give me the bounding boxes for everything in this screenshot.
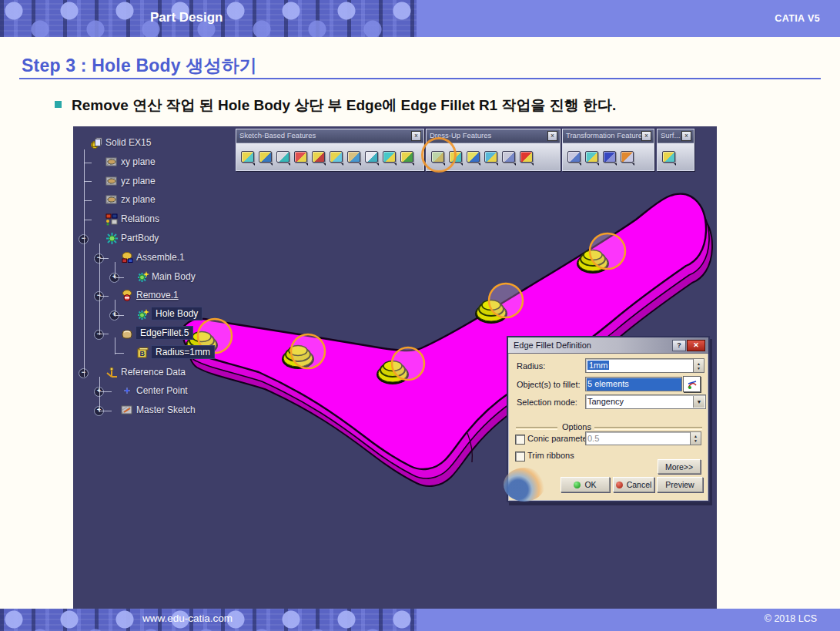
tree-connector-line [99, 411, 112, 411]
radius-input[interactable]: 1mm [585, 358, 694, 373]
footer-copyright: © 2018 LCS [765, 613, 817, 624]
radius-spinner[interactable]: ▲▼ [693, 358, 704, 373]
tree-item-yz-plane[interactable]: yz plane [76, 174, 300, 190]
toolbar-transformation-features: Transformation Features x [562, 129, 654, 171]
cancel-icon [616, 482, 623, 488]
fillet-icon [121, 327, 134, 341]
toolbar-titlebar[interactable]: Sketch-Based Features x [236, 129, 423, 143]
toolbar-titlebar[interactable]: Transformation Features x [563, 129, 654, 143]
toolbar-titlebar[interactable]: Surf... x [658, 129, 694, 143]
page-title: Step 3 : Hole Body 생성하기 [22, 54, 257, 78]
bodystar-icon [136, 308, 149, 321]
tree-item-remove-1[interactable]: −Remove.1 [76, 288, 300, 304]
point-icon [121, 384, 134, 398]
multi-sections-solid-icon[interactable] [380, 147, 397, 167]
tree-item-hole-body[interactable]: +Hole Body [76, 307, 300, 323]
title-underline [19, 78, 821, 79]
pocket-icon[interactable] [256, 147, 273, 167]
slot-icon[interactable] [345, 147, 362, 167]
tree-item-label: Reference Data [121, 367, 186, 378]
plane-icon [105, 193, 119, 206]
stiffener-icon[interactable] [363, 147, 380, 167]
tree-item-zx-plane[interactable]: zx plane [76, 193, 300, 208]
thick-surface-icon[interactable] [660, 147, 677, 167]
tree-item-label: yz plane [121, 176, 156, 186]
toolbar-title: Sketch-Based Features [239, 131, 316, 139]
toolbar-close-icon[interactable]: x [411, 131, 421, 141]
options-group-label: Options [562, 422, 591, 431]
tree-item-partbody[interactable]: −PartBody [76, 231, 300, 247]
rib-icon[interactable] [327, 147, 344, 167]
draft-angle-icon[interactable] [464, 147, 481, 167]
trim-ribbons-label: Trim ribbons [527, 451, 574, 460]
part-icon [90, 136, 103, 149]
groove-icon[interactable] [292, 147, 309, 167]
tree-connector-line [115, 337, 115, 354]
toolbar-close-icon[interactable]: x [547, 131, 557, 141]
footer-site-link[interactable]: www.edu-catia.com [142, 613, 233, 624]
header-right: CATIA V5 [417, 0, 840, 37]
removed-multi-sections-solid-icon[interactable] [398, 147, 415, 167]
radius-value: 1mm [587, 361, 609, 370]
toolbar-close-icon[interactable]: x [681, 131, 691, 141]
sketch-icon [121, 404, 134, 417]
selection-mode-combo[interactable]: Tangency ▼ [585, 394, 706, 409]
objects-selector-icon[interactable] [683, 376, 701, 392]
radius-label: Radius: [517, 361, 545, 371]
tree-item-label: Solid EX15 [105, 137, 151, 148]
formula-icon: B [136, 347, 149, 360]
objects-input[interactable]: 5 elements [585, 377, 682, 391]
catia-viewport[interactable]: R1 Solid EX15xy planeyz planezx planeRel… [73, 126, 717, 609]
preview-button[interactable]: Preview [657, 477, 703, 492]
refdata-icon [105, 366, 119, 379]
close-icon[interactable]: ✕ [687, 340, 705, 351]
help-icon[interactable]: ? [672, 340, 686, 351]
tree-connector-line [115, 262, 115, 279]
toolbar-sketch-based-features: Sketch-Based Features x [236, 129, 424, 171]
tree-item-relations[interactable]: Relations [76, 212, 300, 227]
shaft-icon[interactable] [274, 147, 291, 167]
tree-connector-line [84, 149, 85, 377]
tree-connector-line [84, 181, 92, 182]
options-divider [594, 427, 702, 430]
fillet-highlight-circle [489, 284, 523, 317]
tree-item-label: Master Sketch [136, 404, 196, 415]
compass-blob-decoration [504, 468, 545, 502]
tree-item-assemble-1[interactable]: −Assemble.1 [76, 250, 300, 266]
toolbar-close-icon[interactable]: x [641, 131, 651, 141]
thickness-icon[interactable] [500, 147, 517, 167]
remove-face-icon[interactable] [517, 147, 534, 167]
conic-parameter-checkbox[interactable] [515, 435, 525, 445]
tree-item-reference-data[interactable]: −Reference Data [76, 365, 300, 381]
tree-item-label: Hole Body [152, 307, 202, 320]
trim-ribbons-checkbox[interactable] [515, 451, 525, 462]
tree-item-radius-1mm[interactable]: BRadius=1mm [76, 346, 300, 361]
chevron-down-icon[interactable]: ▼ [693, 396, 704, 408]
more-button[interactable]: More>> [658, 459, 701, 474]
pad-icon[interactable] [239, 147, 256, 167]
mirror-icon[interactable] [583, 147, 600, 167]
translation-icon[interactable] [565, 147, 582, 167]
tree-item-edgefillet-5[interactable]: −EdgeFillet.5 [76, 327, 300, 342]
tree-item-main-body[interactable]: +Main Body [76, 270, 300, 285]
bullet-icon [55, 101, 62, 108]
conic-parameter-input[interactable]: 0.5 [585, 431, 691, 445]
tree-connector-line [99, 258, 109, 259]
rectangular-pattern-icon[interactable] [601, 147, 617, 167]
workbench-title: Part Design [150, 10, 223, 25]
ok-button[interactable]: OK [561, 477, 610, 492]
hole-icon[interactable] [310, 147, 326, 167]
tree-item-label: PartBody [121, 233, 159, 243]
plane-icon [105, 175, 119, 188]
assemble-icon [121, 251, 134, 264]
cancel-button[interactable]: Cancel [613, 477, 654, 492]
slide: Part Design CATIA V5 Step 3 : Hole Body … [0, 0, 840, 631]
tree-connector-line [84, 220, 92, 220]
conic-parameter-label: Conic parameter: [527, 434, 592, 443]
scaling-icon[interactable] [618, 147, 635, 167]
header-pattern: Part Design [0, 0, 417, 37]
dialog-titlebar[interactable]: Edge Fillet Definition ? ✕ [508, 337, 708, 354]
conic-spinner[interactable]: ▲▼ [690, 431, 701, 445]
shell-icon[interactable] [482, 147, 499, 167]
edge-fillet-definition-dialog: Edge Fillet Definition ? ✕ Radius: 1mm ▲… [507, 336, 710, 502]
